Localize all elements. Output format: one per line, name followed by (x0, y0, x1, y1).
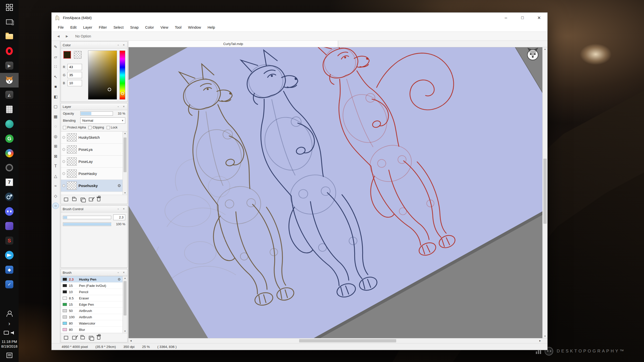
brush-row[interactable]: 15Edge Pen (61, 301, 123, 308)
scroll-left-icon[interactable]: ◀ (129, 340, 133, 342)
canvas-viewport[interactable] (129, 47, 542, 338)
menu-help[interactable]: Help (204, 25, 218, 29)
auto-select-tool[interactable]: ▦ (52, 113, 59, 120)
float-panel-icon[interactable]: ▫ (116, 207, 120, 211)
taskbar-item-steam[interactable] (0, 190, 19, 204)
canvas-vertical-scrollbar[interactable]: ▲ ▼ (542, 47, 547, 338)
zoom-tool[interactable]: ◎ (52, 133, 59, 140)
layer-settings-gear-icon[interactable]: ⚙ (117, 183, 121, 188)
duplicate-layer-icon[interactable] (80, 198, 85, 201)
visibility-icon[interactable] (62, 148, 65, 151)
lock-checkbox[interactable]: Lock (107, 126, 117, 129)
layer-list-scrollbar[interactable]: ▲ ▼ (123, 131, 127, 195)
background-color-swatch[interactable] (74, 51, 82, 59)
sv-cursor[interactable] (108, 88, 111, 91)
float-panel-icon[interactable]: ▫ (116, 271, 120, 274)
scroll-up-icon[interactable]: ▲ (124, 131, 126, 135)
brush-row[interactable]: 100AirBrush (61, 314, 123, 320)
taskbar-item-file-explorer[interactable] (0, 29, 19, 44)
close-panel-icon[interactable]: × (122, 207, 126, 211)
taskbar-item-purple-app[interactable] (0, 219, 19, 233)
delete-layer-icon[interactable] (97, 198, 100, 201)
edit-brush-icon[interactable] (72, 336, 76, 340)
menu-snap[interactable]: Snap (127, 25, 142, 29)
eyedropper-tool[interactable]: ◇ (52, 193, 59, 199)
menu-tool[interactable]: Tool (172, 25, 185, 29)
taskbar-item-sevenzip[interactable]: 7 (0, 175, 19, 190)
delete-brush-icon[interactable] (97, 336, 100, 340)
brush-opacity-slider[interactable] (63, 222, 111, 226)
shape-tool[interactable]: △ (52, 173, 59, 179)
scroll-up-icon[interactable]: ▲ (544, 47, 546, 51)
finger-tool[interactable]: ∷ (52, 64, 59, 70)
duplicate-brush-icon[interactable] (89, 336, 93, 340)
opacity-slider[interactable] (80, 111, 113, 116)
close-panel-icon[interactable]: × (122, 43, 126, 47)
curve-tool[interactable]: ≈ (52, 183, 59, 189)
taskbar-item-blue-app[interactable]: ◆ (0, 262, 19, 277)
brush-row-selected[interactable]: 2.3Husky Pen⚙ (61, 276, 123, 283)
new-brush-icon[interactable] (64, 336, 68, 340)
layer-row[interactable]: PoseHasky (61, 168, 123, 180)
fill-tool[interactable]: ■ (52, 83, 59, 90)
grid-tool[interactable]: ⊞ (52, 143, 59, 149)
taskbar-clock[interactable]: 11:18 PM 8/19/2018 (1, 338, 18, 351)
gradient-tool[interactable]: ◧ (52, 94, 59, 100)
scrollbar-thumb[interactable] (543, 159, 547, 224)
color-panel-header[interactable]: Color ▫× (61, 42, 127, 49)
g-input[interactable] (67, 72, 82, 78)
taskbar-item-browser[interactable] (0, 146, 19, 160)
blending-dropdown[interactable]: Normal ▾ (80, 117, 125, 124)
brush-row[interactable]: 15Pen (Fade In/Out) (61, 283, 123, 289)
brush-row[interactable]: 80Blur (61, 327, 123, 333)
speaker-icon[interactable] (11, 331, 15, 335)
visibility-icon[interactable] (62, 184, 65, 187)
minimize-button[interactable]: – (498, 13, 514, 23)
brush-row[interactable]: 50AirBrush (61, 308, 123, 314)
layer-row[interactable]: HuskySketch (61, 131, 123, 144)
layer-panel-header[interactable]: Layer ▫× (61, 103, 127, 110)
taskbar-item-calculator[interactable] (0, 102, 19, 117)
scrollbar-thumb[interactable] (124, 281, 127, 315)
menu-file[interactable]: File (55, 25, 67, 29)
hand-tool[interactable]: ○ (52, 203, 59, 209)
people-button[interactable] (0, 307, 19, 320)
scrollbar-thumb[interactable] (124, 138, 127, 172)
menu-window[interactable]: Window (185, 25, 205, 29)
action-center-icon[interactable] (7, 353, 12, 358)
float-panel-icon[interactable]: ▫ (116, 43, 120, 47)
scroll-down-icon[interactable]: ▼ (124, 329, 126, 333)
maximize-button[interactable]: □ (514, 13, 531, 23)
close-panel-icon[interactable]: × (122, 271, 126, 274)
visibility-icon[interactable] (62, 160, 65, 163)
scrollbar-thumb[interactable] (299, 339, 396, 342)
layer-row[interactable]: PoseLay (61, 156, 123, 168)
taskbar-item-s-app[interactable]: S (0, 233, 19, 248)
brush-row[interactable]: 10Pencil (61, 289, 123, 295)
scroll-down-icon[interactable]: ▼ (124, 191, 126, 195)
visibility-icon[interactable] (62, 136, 65, 139)
menu-edit[interactable]: Edit (67, 25, 80, 29)
taskbar-item-check-app[interactable]: ✓ (0, 277, 19, 292)
layer-row-selected[interactable]: Posehusky⚙ (61, 180, 123, 192)
taskbar-item-firealpaca[interactable] (0, 73, 19, 87)
visibility-icon[interactable] (62, 172, 65, 175)
brush-size-value[interactable]: 2.3 (113, 214, 125, 220)
close-panel-icon[interactable]: × (122, 105, 126, 108)
divide-tool[interactable]: ⊠ (52, 153, 59, 159)
select-tool[interactable]: ▢ (52, 103, 59, 110)
scroll-down-icon[interactable]: ▼ (544, 334, 546, 338)
b-input[interactable] (67, 80, 82, 86)
menu-color[interactable]: Color (142, 25, 157, 29)
taskbar-item-media-app[interactable]: ▶ (0, 58, 19, 73)
taskbar-item-g-app[interactable]: G (0, 131, 19, 146)
saturation-value-picker[interactable] (88, 51, 117, 100)
move-tool[interactable]: ↖ (52, 74, 59, 80)
r-input[interactable] (67, 64, 82, 70)
hue-slider[interactable] (119, 51, 125, 100)
new-folder-icon[interactable] (72, 198, 76, 201)
float-panel-icon[interactable]: ▫ (116, 105, 120, 108)
lasso-tool[interactable]: ◌ (52, 123, 59, 129)
canvas-artwork[interactable] (129, 47, 542, 338)
scroll-up-icon[interactable]: ▲ (124, 276, 126, 280)
